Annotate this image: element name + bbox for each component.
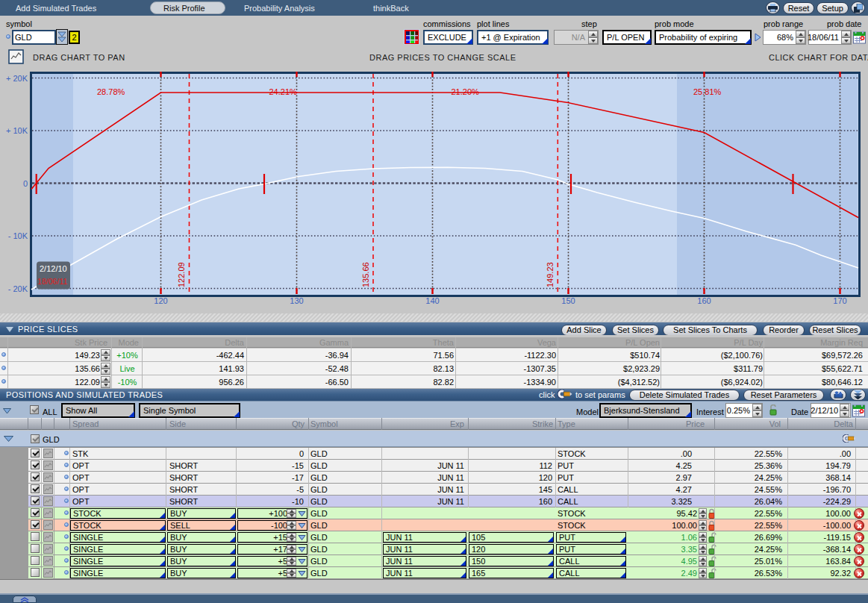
svg-text:130: 130 bbox=[290, 296, 303, 305]
svg-text:122.09: 122.09 bbox=[177, 262, 186, 287]
svg-text:DRAG PRICES TO CHANGE SCALE: DRAG PRICES TO CHANGE SCALE bbox=[369, 53, 516, 62]
svg-text:149.23: 149.23 bbox=[546, 262, 555, 287]
svg-text:- 20K: - 20K bbox=[8, 284, 28, 293]
svg-text:+ 20K: + 20K bbox=[6, 74, 28, 83]
svg-text:28.78%: 28.78% bbox=[97, 87, 125, 96]
svg-text:+ 10K: + 10K bbox=[6, 126, 28, 135]
svg-text:170: 170 bbox=[833, 296, 846, 305]
svg-text:18/06/11: 18/06/11 bbox=[37, 277, 68, 286]
svg-text:25.81%: 25.81% bbox=[693, 87, 722, 96]
svg-text:135.66: 135.66 bbox=[361, 262, 370, 287]
svg-text:- 10K: - 10K bbox=[8, 231, 28, 240]
svg-text:140: 140 bbox=[425, 296, 439, 305]
svg-text:160: 160 bbox=[697, 296, 711, 305]
svg-text:2/12/10: 2/12/10 bbox=[40, 264, 67, 273]
svg-text:DRAG CHART TO PAN: DRAG CHART TO PAN bbox=[33, 53, 125, 62]
svg-text:24.21%: 24.21% bbox=[269, 87, 298, 96]
svg-text:CLICK CHART FOR DATA: CLICK CHART FOR DATA bbox=[769, 53, 868, 62]
svg-text:120: 120 bbox=[154, 296, 167, 305]
svg-text:0: 0 bbox=[23, 179, 28, 188]
svg-text:21.20%: 21.20% bbox=[452, 87, 480, 96]
svg-text:150: 150 bbox=[561, 296, 575, 305]
